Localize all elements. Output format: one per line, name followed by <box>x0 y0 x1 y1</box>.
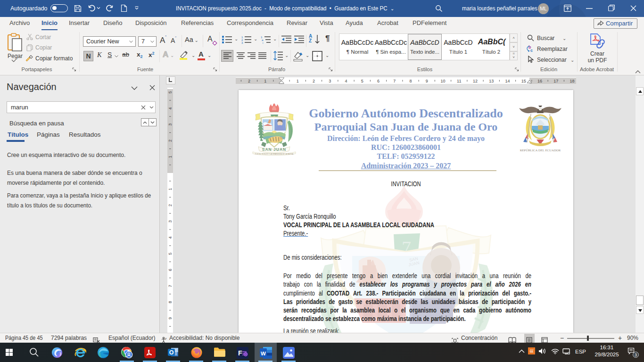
svg-text:5: 5 <box>361 79 363 83</box>
svg-text:i: i <box>263 41 263 44</box>
svg-text:6: 6 <box>168 269 173 271</box>
svg-text:8: 8 <box>168 301 173 303</box>
svg-text:SAN JUAN: SAN JUAN <box>262 147 286 152</box>
svg-text:2: 2 <box>248 79 250 83</box>
svg-text:1: 1 <box>168 188 173 190</box>
svg-text:16: 16 <box>537 79 542 83</box>
svg-text:O: O <box>169 349 174 356</box>
svg-text:1: 1 <box>297 79 299 83</box>
svg-text:7: 7 <box>393 79 396 83</box>
svg-text:2: 2 <box>168 204 173 206</box>
svg-text:15: 15 <box>521 79 526 83</box>
svg-text:10: 10 <box>440 79 445 83</box>
svg-text:9: 9 <box>168 317 173 320</box>
svg-text:6: 6 <box>377 79 380 83</box>
svg-text:REPÚBLICA DEL ECUADOR: REPÚBLICA DEL ECUADOR <box>520 148 561 152</box>
svg-text:14: 14 <box>505 79 510 83</box>
svg-text:POR EL HONOR Y LA GRANDEZA DE: POR EL HONOR Y LA GRANDEZA DE LA PATRIA <box>255 153 294 155</box>
svg-text:8: 8 <box>409 79 412 83</box>
svg-text:1: 1 <box>168 156 173 158</box>
svg-text:3: 3 <box>168 220 173 222</box>
svg-text:4: 4 <box>168 236 173 239</box>
svg-text:4: 4 <box>345 79 347 83</box>
svg-text:7: 7 <box>168 285 173 287</box>
svg-text:2: 2 <box>168 140 173 142</box>
svg-text:5: 5 <box>168 253 173 255</box>
svg-text:4: 4 <box>168 107 173 109</box>
svg-text:F: F <box>238 349 242 357</box>
svg-text:5: 5 <box>168 91 173 93</box>
svg-text:12: 12 <box>473 79 478 83</box>
svg-text:2: 2 <box>313 79 315 83</box>
svg-text:17: 17 <box>553 79 558 83</box>
svg-text:c: c <box>530 48 533 53</box>
svg-text:18: 18 <box>570 79 574 83</box>
svg-text:3: 3 <box>329 79 331 83</box>
svg-text:3: 3 <box>168 123 173 126</box>
svg-text:1: 1 <box>264 79 266 83</box>
svg-text:3: 3 <box>241 41 243 44</box>
svg-text:?: ? <box>165 337 167 340</box>
svg-text:9: 9 <box>426 79 428 83</box>
svg-text:11: 11 <box>457 79 461 83</box>
svg-text:W: W <box>261 351 266 356</box>
svg-text:13: 13 <box>489 79 494 83</box>
